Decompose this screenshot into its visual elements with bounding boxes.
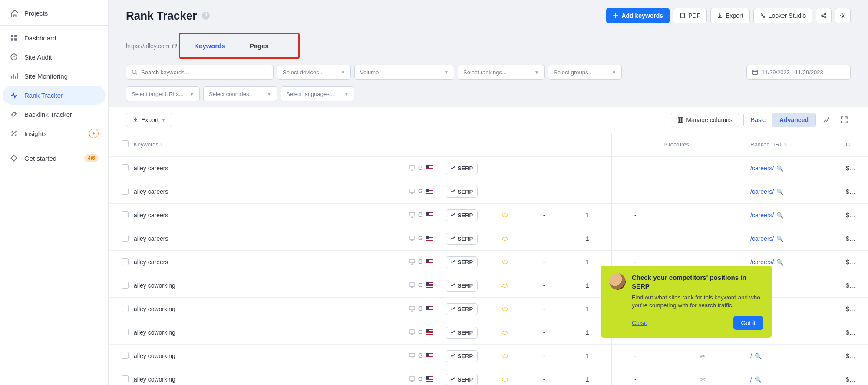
select-all-checkbox[interactable] [122,140,129,147]
cell-d1: - [611,368,659,385]
serp-button[interactable]: SERP [446,374,478,385]
fullscreen-icon[interactable] [838,113,851,126]
tab-keywords[interactable]: Keywords [182,36,238,56]
keyword-cell[interactable]: alley coworking [129,368,390,385]
row-checkbox[interactable] [122,188,129,195]
ranked-url-link[interactable]: /careers/ [750,212,774,219]
sidebar-item-backlink-tracker[interactable]: Backlink Tracker [0,105,108,124]
cpc-cell: $ 0.00 [842,227,868,250]
popup-gotit[interactable]: Got it [733,316,763,330]
keyword-cell[interactable]: alley careers [129,250,390,274]
sidebar-item-site-monitoring[interactable]: Site Monitoring [0,66,108,86]
magnifier-icon[interactable]: 🔍 [775,212,783,219]
project-url-text: https://alley.com [126,43,169,50]
magnifier-icon[interactable]: 🔍 [775,165,783,172]
serp-button[interactable]: SERP [446,163,478,174]
sidebar-item-dashboard[interactable]: Dashboard [0,28,108,47]
svg-rect-24 [409,330,415,333]
ranked-url-link[interactable]: /careers/ [750,188,774,195]
filter-languages[interactable]: Select languages...▼ [281,86,354,101]
serp-button[interactable]: SERP [446,256,478,268]
serp-button[interactable]: SERP [446,233,478,245]
pdf-button[interactable]: PDF [673,8,707,23]
row-checkbox[interactable] [122,352,129,359]
settings-button[interactable] [835,8,851,23]
search-input-wrap[interactable] [126,65,274,80]
magnifier-icon[interactable]: 🔍 [753,376,762,383]
svg-point-7 [763,16,765,18]
filter-groups[interactable]: Select groups...▼ [548,65,622,80]
export-button[interactable]: Export [710,8,749,23]
popup-close[interactable]: Close [632,319,647,326]
ranked-url-link[interactable]: /careers/ [750,259,774,266]
keyword-cell[interactable]: alley careers [129,227,390,250]
row-checkbox[interactable] [122,211,129,218]
serp-button[interactable]: SERP [446,350,478,362]
ranked-url-link[interactable]: / [750,376,752,383]
cell-d1: - [611,203,659,227]
filter-date[interactable]: 11/29/2023 - 11/29/2023 [746,65,851,80]
project-url[interactable]: https://alley.com [126,43,177,50]
chart-view-icon[interactable] [820,113,833,126]
sidebar-item-site-audit[interactable]: Site Audit [0,47,108,66]
share-button[interactable] [816,8,832,23]
cell-one: 1 [564,227,611,250]
serp-button[interactable]: SERP [446,209,478,221]
filter-devices[interactable]: Select devices...▼ [277,65,351,80]
filter-rankings[interactable]: Select rankings...▼ [458,65,545,80]
row-checkbox[interactable] [122,305,129,312]
col-cpc[interactable]: CPC [846,141,858,148]
chevron-down-icon: ▼ [161,118,165,123]
col-serp-features[interactable]: P features [663,141,689,148]
search-input[interactable] [141,69,268,76]
magnifier-icon[interactable]: 🔍 [775,236,783,242]
keyword-cell[interactable]: alley coworking [129,344,390,368]
row-checkbox[interactable] [122,375,129,382]
keyword-cell[interactable]: alley careers [129,156,390,180]
svg-rect-3 [14,38,17,41]
magnifier-icon[interactable]: 🔍 [753,353,762,359]
keyword-cell[interactable]: alley coworking [129,274,390,297]
serp-button[interactable]: SERP [446,280,478,292]
cell-one: 1 [564,368,611,385]
filter-volume[interactable]: Volume▼ [354,65,454,80]
sidebar-item-rank-tracker[interactable]: Rank Tracker [3,86,106,105]
magnifier-icon[interactable]: 🔍 [775,259,783,266]
table-export-button[interactable]: Export ▼ [126,113,172,127]
serp-button[interactable]: SERP [446,327,478,339]
ranked-url-link[interactable]: /careers/ [750,165,774,172]
flag-us-icon [426,376,433,382]
ranked-url-link[interactable]: /careers/ [750,235,774,242]
advanced-mode[interactable]: Advanced [772,113,815,127]
sidebar-item-insights[interactable]: Insights✦ [0,124,108,143]
row-checkbox[interactable] [122,258,129,265]
add-keywords-button[interactable]: Add keywords [606,8,670,23]
serp-button[interactable]: SERP [446,303,478,315]
filter-target-urls[interactable]: Select target URLs...▼ [126,86,200,101]
row-checkbox[interactable] [122,329,129,335]
help-icon[interactable]: ? [202,12,210,20]
keyword-cell[interactable]: alley coworking [129,321,390,344]
wand-icon [10,129,18,138]
link-icon: ⬭ [502,329,508,336]
looker-button[interactable]: Looker Studio [753,8,812,23]
ranked-url-link[interactable]: / [750,352,752,359]
sidebar-item-get-started[interactable]: Get started4/6 [0,149,108,168]
filter-countries[interactable]: Select countries...▼ [203,86,277,101]
magnifier-icon[interactable]: 🔍 [775,189,783,195]
basic-mode[interactable]: Basic [744,113,772,127]
sidebar-item-projects[interactable]: Projects [0,3,108,23]
manage-columns-button[interactable]: Manage columns [671,113,739,127]
row-checkbox[interactable] [122,164,129,171]
tab-pages[interactable]: Pages [238,36,281,56]
desktop-icon [409,305,416,312]
serp-button[interactable]: SERP [446,186,478,198]
svg-rect-17 [409,166,415,169]
row-checkbox[interactable] [122,235,129,242]
col-ranked-url[interactable]: Ranked URL [750,141,782,148]
col-keywords[interactable]: Keywords [134,141,158,148]
row-checkbox[interactable] [122,282,129,289]
keyword-cell[interactable]: alley careers [129,203,390,227]
keyword-cell[interactable]: alley careers [129,180,390,203]
keyword-cell[interactable]: alley coworking [129,297,390,321]
